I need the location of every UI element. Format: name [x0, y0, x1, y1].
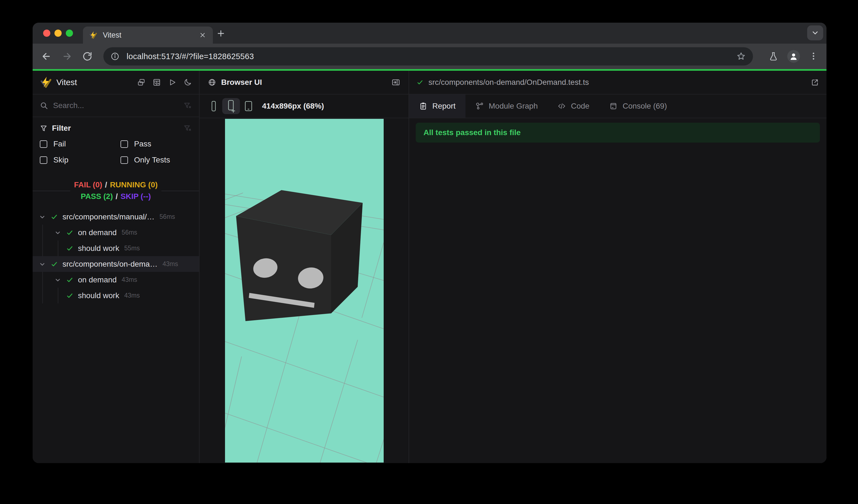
filter-checkbox-fail[interactable]: Fail: [40, 136, 121, 152]
clear-filter-icon[interactable]: [184, 101, 192, 110]
browser-preview-area: [200, 118, 409, 463]
checkbox-label: Pass: [134, 140, 151, 148]
dark-mode-moon-icon[interactable]: [184, 78, 192, 86]
zoom-window-button[interactable]: [66, 30, 73, 37]
url-text[interactable]: localhost:5173/#/?file=1828625563: [127, 52, 254, 61]
test-label: on demand: [78, 276, 117, 284]
test-duration: 43ms: [122, 276, 137, 283]
summary-separator: /: [105, 180, 107, 189]
search-input[interactable]: [53, 101, 184, 110]
tree-file-row[interactable]: src/components/on-dema…43ms: [33, 256, 199, 272]
chevron-down-icon[interactable]: [54, 228, 62, 237]
search-icon: [40, 101, 48, 110]
test-label: should work: [78, 244, 119, 253]
code-icon: [558, 102, 566, 110]
test-label: on demand: [78, 228, 117, 237]
chevron-down-icon: [811, 29, 819, 37]
device-phone-small-button[interactable]: [207, 98, 220, 114]
tab-report[interactable]: Report: [409, 95, 465, 118]
filter-section: Filter FailPassSkipOnly Tests: [33, 117, 199, 170]
checkbox-box[interactable]: [40, 140, 47, 148]
check-icon: [66, 292, 74, 300]
checkbox-box[interactable]: [121, 157, 128, 164]
close-window-button[interactable]: [43, 30, 50, 37]
tab-console[interactable]: Console (69): [599, 95, 677, 118]
browser-ui-panel: Browser UI 414x896px (68%): [200, 71, 409, 463]
run-all-play-icon[interactable]: [168, 78, 176, 86]
tab-module-graph[interactable]: Module Graph: [465, 95, 547, 118]
bookmark-star-icon[interactable]: [736, 52, 746, 61]
summary-separator: /: [115, 192, 118, 200]
viewport-3d-scene[interactable]: [225, 119, 384, 462]
flask-experiments-icon[interactable]: [768, 51, 778, 61]
tree-test-row[interactable]: should work43ms: [33, 288, 199, 304]
profile-avatar[interactable]: [787, 50, 800, 63]
minimize-window-button[interactable]: [54, 30, 62, 37]
console-icon: [609, 102, 618, 110]
checkbox-box[interactable]: [40, 157, 47, 164]
close-tab-icon[interactable]: [198, 31, 207, 39]
banner-text: All tests passed in this file: [424, 128, 521, 137]
chevron-down-icon[interactable]: [54, 276, 62, 284]
test-duration: 55ms: [124, 245, 140, 252]
app-title: Vitest: [57, 78, 77, 87]
test-tree: src/components/manual/…56mson demand56ms…: [33, 209, 199, 463]
tab-code[interactable]: Code: [547, 95, 599, 118]
open-external-icon[interactable]: [810, 78, 819, 87]
browser-ui-title: Browser UI: [221, 78, 262, 87]
sidebar: Vitest: [33, 71, 200, 463]
tree-test-row[interactable]: on demand43ms: [33, 272, 199, 288]
dock-panel-right-icon[interactable]: [392, 78, 400, 87]
browser-toolbar: localhost:5173/#/?file=1828625563: [33, 44, 826, 69]
tree-test-row[interactable]: on demand56ms: [33, 225, 199, 240]
check-icon: [66, 244, 74, 253]
new-tab-button[interactable]: [216, 29, 225, 38]
check-icon: [66, 228, 74, 237]
tab-label: Code: [571, 102, 589, 111]
checkbox-label: Skip: [53, 156, 68, 164]
clipboard-icon: [419, 102, 427, 110]
device-tablet-button[interactable]: [242, 98, 255, 114]
browser-window: Vitest: [33, 23, 826, 463]
site-info-icon[interactable]: [111, 52, 120, 61]
filter-checkbox-only-tests[interactable]: Only Tests: [121, 152, 192, 168]
chevron-down-icon[interactable]: [38, 213, 46, 221]
filter-checkbox-skip[interactable]: Skip: [40, 152, 121, 168]
all-tests-passed-banner: All tests passed in this file: [416, 123, 820, 143]
tree-file-row[interactable]: src/components/manual/…56ms: [33, 209, 199, 225]
address-bar[interactable]: localhost:5173/#/?file=1828625563: [104, 47, 753, 65]
test-duration: 56ms: [122, 229, 137, 236]
tree-test-row[interactable]: should work55ms: [33, 240, 199, 256]
search-row: [33, 95, 199, 117]
chevron-down-icon[interactable]: [38, 260, 46, 268]
filter-title: Filter: [52, 124, 71, 133]
dashboard-icon[interactable]: [153, 78, 161, 86]
collapse-panels-icon[interactable]: [137, 78, 145, 86]
tab-label: Module Graph: [489, 102, 538, 111]
globe-icon: [208, 78, 216, 86]
browser-tab-strip: Vitest: [33, 23, 826, 44]
filter-checkbox-pass[interactable]: Pass: [121, 136, 192, 152]
tab-label: Report: [432, 102, 456, 111]
viewport-toolbar: 414x896px (68%): [200, 95, 409, 118]
back-button[interactable]: [41, 50, 52, 63]
clear-filter-icon[interactable]: [184, 124, 192, 132]
tab-search-button[interactable]: [807, 26, 823, 40]
sidebar-actions: [137, 78, 192, 86]
tab-title: Vitest: [103, 31, 121, 39]
module-graph-icon: [475, 102, 484, 110]
checkbox-box[interactable]: [121, 140, 128, 148]
filter-header: Filter: [40, 124, 192, 133]
browser-tab[interactable]: Vitest: [83, 27, 213, 44]
browser-ui-header: Browser UI: [200, 71, 409, 95]
device-phone-plus-button[interactable]: [222, 98, 240, 114]
test-label: should work: [78, 291, 119, 300]
vitest-logo-icon: [40, 76, 52, 88]
reload-button[interactable]: [81, 50, 93, 63]
forward-button[interactable]: [61, 50, 73, 63]
report-panel: src/components/on-demand/OnDemand.test.t…: [409, 71, 826, 463]
browser-menu-icon[interactable]: [809, 51, 819, 61]
test-duration: 56ms: [159, 213, 175, 221]
checkbox-label: Fail: [53, 140, 66, 148]
report-file-header: src/components/on-demand/OnDemand.test.t…: [409, 71, 826, 95]
